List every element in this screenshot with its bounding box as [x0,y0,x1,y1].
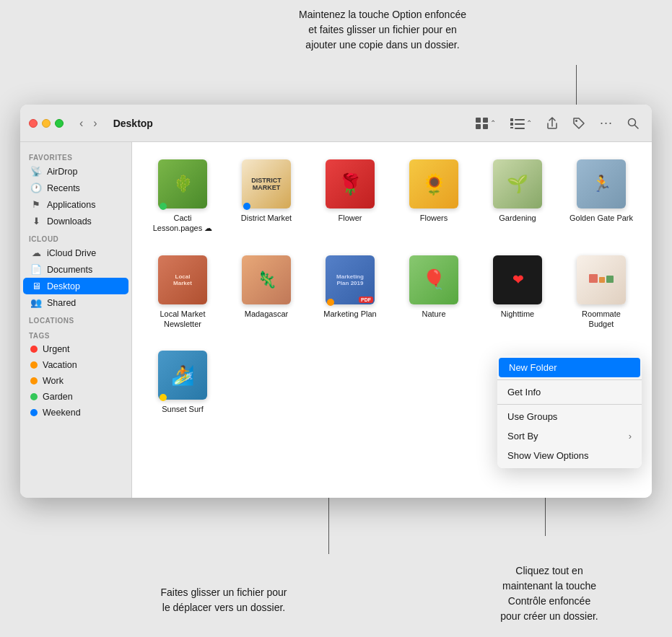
favorites-section-label: Favorites [20,148,131,163]
airdrop-icon: 📡 [30,166,42,177]
cacti-icon-wrap: 🌵 [157,158,209,210]
svg-rect-8 [515,123,525,125]
nav-buttons: ‹ › [75,114,102,133]
titlebar: ‹ › Desktop ⌃ [20,105,652,142]
more-button[interactable]: ··· [595,113,617,133]
nature-thumb: 🎈 [409,255,458,304]
forward-button[interactable]: › [89,114,101,133]
context-menu-new-folder[interactable]: New Folder [499,358,640,377]
madagascar-label: Madagascar [245,309,289,319]
context-menu-use-groups[interactable]: Use Groups [497,407,642,426]
garden-tag-dot [30,393,38,400]
cacti-label: Cacti Lesson.pages ☁ [153,213,213,234]
sidebar-desktop-label: Desktop [47,281,80,291]
file-item-goldengate[interactable]: 🏃 Golden Gate Park [562,154,640,238]
sidebar-tag-urgent[interactable]: Urgent [23,341,128,357]
icloud-drive-icon: ☁ [30,247,42,258]
locations-section-label: Locations [20,311,131,326]
sunset-label: Sunset Surf [162,404,203,414]
new-folder-label: New Folder [509,362,557,373]
file-item-gardening[interactable]: 🌱 Gardening [479,154,557,238]
search-button[interactable] [623,115,643,132]
sidebar-item-documents[interactable]: 📄 Documents [23,261,128,278]
sidebar-tag-weekend[interactable]: Weekend [23,405,128,421]
file-item-madagascar[interactable]: 🦎 Madagascar [227,250,305,334]
group-button[interactable]: ⌃ [506,115,536,132]
sidebar: Favorites 📡 AirDrop 🕐 Recents ⚑ Applicat… [20,142,132,498]
nighttime-icon-wrap: ❤ [492,254,544,306]
file-item-marketing[interactable]: MarketingPlan 2019 PDF Marketing Plan [311,250,389,334]
file-item-cacti[interactable]: 🌵 Cacti Lesson.pages ☁ [144,154,222,238]
roommate-thumb [577,255,626,304]
minimize-button[interactable] [42,119,51,128]
svg-rect-3 [483,124,488,129]
pdf-badge: PDF [359,296,373,303]
file-item-flower[interactable]: 🌹 Flower [311,154,389,238]
get-info-label: Get Info [507,387,541,397]
context-menu-show-view-options[interactable]: Show View Options [497,446,642,465]
file-area: 🌵 Cacti Lesson.pages ☁ DISTRICTMARKET D [132,142,652,498]
svg-rect-2 [476,124,481,129]
file-item-nighttime[interactable]: ❤ Nighttime [479,250,557,334]
flower-thumb: 🌹 [326,159,375,208]
search-icon [627,118,639,129]
sidebar-tag-work[interactable]: Work [23,373,128,389]
sunset-thumb: 🏄 [158,351,207,400]
svg-rect-9 [515,128,525,129]
finder-window: ‹ › Desktop ⌃ [20,105,652,498]
sidebar-downloads-label: Downloads [47,216,92,227]
sidebar-airdrop-label: AirDrop [47,167,77,177]
share-button[interactable] [542,114,562,133]
svg-rect-0 [476,118,481,123]
file-item-district[interactable]: DISTRICTMARKET District Market [227,154,305,238]
context-menu: New Folder Get Info Use Groups Sort By ›… [497,355,642,468]
file-item-nature[interactable]: 🎈 Nature [395,250,473,334]
grid-icon [476,118,489,129]
sidebar-vacation-label: Vacation [43,360,77,370]
sidebar-item-applications[interactable]: ⚑ Applications [23,196,128,213]
traffic-lights [29,119,64,128]
file-item-flowers[interactable]: 🌻 Flowers [395,154,473,238]
goldengate-icon-wrap: 🏃 [575,158,627,210]
annotation-top: Maintenez la touche Option enfoncée et f… [267,7,498,53]
context-menu-get-info[interactable]: Get Info [497,382,642,402]
view-toggle-button[interactable]: ⌃ [471,115,500,132]
gardening-thumb: 🌱 [493,159,542,208]
back-button[interactable]: ‹ [75,114,87,133]
localmarket-thumb: LocalMarket [158,255,207,304]
sidebar-tag-garden[interactable]: Garden [23,389,128,405]
svg-line-12 [635,125,639,128]
district-label: District Market [241,213,292,223]
sidebar-item-icloud-drive[interactable]: ☁ iCloud Drive [23,245,128,261]
sidebar-urgent-label: Urgent [43,344,70,354]
file-item-roommate[interactable]: Roommate Budget [562,250,640,334]
sidebar-item-downloads[interactable]: ⬇ Downloads [23,213,128,229]
close-button[interactable] [29,119,38,128]
submenu-arrow-icon: › [629,431,632,441]
annotation-bottom-left: Faites glisser un fichier pour le déplac… [144,585,303,615]
context-menu-divider-1 [497,379,642,380]
sidebar-item-airdrop[interactable]: 📡 AirDrop [23,163,128,180]
fullscreen-button[interactable] [55,119,64,128]
sidebar-item-recents[interactable]: 🕐 Recents [23,180,128,196]
gardening-icon-wrap: 🌱 [492,158,544,210]
flower-icon-wrap: 🌹 [324,158,376,210]
recents-icon: 🕐 [30,183,42,193]
context-menu-sort-by[interactable]: Sort By › [497,426,642,446]
sidebar-item-shared[interactable]: 👥 Shared [23,294,128,311]
downloads-icon: ⬇ [30,216,42,227]
path-label: Desktop [113,118,153,129]
sidebar-shared-label: Shared [47,298,76,308]
goldengate-label: Golden Gate Park [570,213,633,223]
tag-button[interactable] [568,114,590,133]
flowers-label: Flowers [420,213,448,223]
file-item-sunset[interactable]: 🏄 Sunset Surf [144,345,222,418]
file-item-localmarket[interactable]: LocalMarket Local Market Newsletter [144,250,222,334]
sidebar-applications-label: Applications [47,200,95,210]
urgent-tag-dot [30,346,38,353]
icloud-section-label: iCloud [20,229,131,245]
sidebar-tag-vacation[interactable]: Vacation [23,357,128,373]
use-groups-label: Use Groups [507,411,557,422]
annotation-bottom-right: Cliquez tout en maintenant la touche Con… [470,563,629,624]
sidebar-item-desktop[interactable]: 🖥 Desktop [23,278,128,294]
